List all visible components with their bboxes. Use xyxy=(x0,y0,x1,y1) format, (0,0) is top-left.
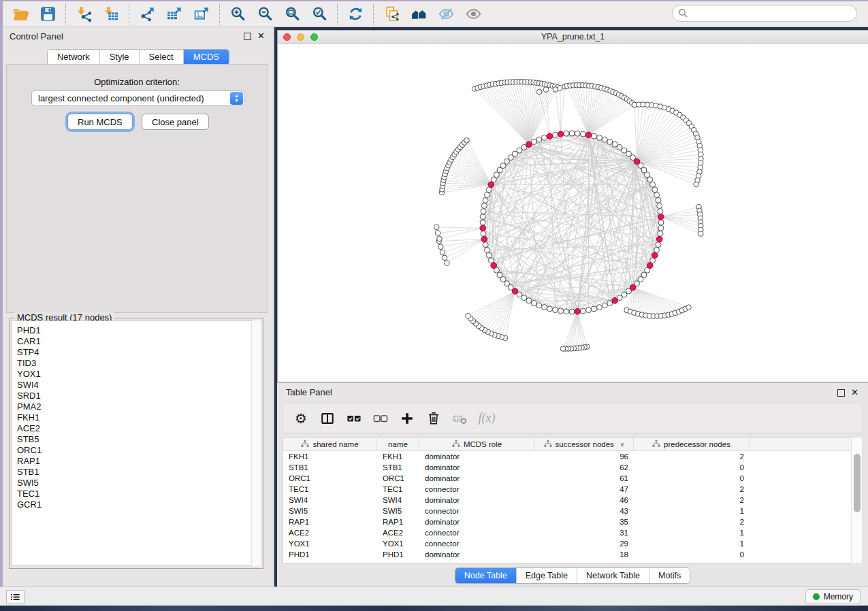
settings-button[interactable]: ⚙ xyxy=(292,408,310,429)
first-neighbors-button[interactable] xyxy=(405,3,432,25)
graph-hub-node[interactable] xyxy=(480,225,486,231)
graph-hub-node[interactable] xyxy=(558,131,564,137)
graph-node[interactable] xyxy=(542,135,547,140)
graph-hub-node[interactable] xyxy=(658,214,664,220)
mcds-result-item[interactable]: PHD1 xyxy=(17,325,260,336)
graph-leaf-node[interactable] xyxy=(694,182,699,187)
table-row[interactable]: SWI4SWI4dominator462 xyxy=(283,495,851,506)
export-network-button[interactable] xyxy=(133,3,161,25)
deselect-all-button[interactable] xyxy=(372,408,389,429)
graph-node[interactable] xyxy=(575,131,580,136)
column-header-MCDS-role[interactable]: MCDS role xyxy=(419,437,535,450)
hide-selected-button[interactable] xyxy=(432,3,460,25)
show-all-button[interactable] xyxy=(460,3,487,25)
network-canvas[interactable] xyxy=(278,44,867,382)
graph-node[interactable] xyxy=(596,135,602,140)
mcds-result-item[interactable]: TID3 xyxy=(17,358,260,369)
float-icon[interactable] xyxy=(837,389,845,397)
graph-node[interactable] xyxy=(480,220,485,225)
table-row[interactable]: YOX1YOX1connector291 xyxy=(283,538,851,549)
graph-node[interactable] xyxy=(647,177,653,182)
open-file-button[interactable] xyxy=(7,3,34,25)
delete-table-button[interactable] xyxy=(451,408,469,429)
mcds-result-item[interactable]: CAR1 xyxy=(17,336,260,347)
graph-hub-node[interactable] xyxy=(634,159,640,165)
tab-style[interactable]: Style xyxy=(100,50,140,65)
column-header-predecessor-nodes[interactable]: predecessor nodes xyxy=(634,437,750,450)
run-mcds-button[interactable]: Run MCDS xyxy=(67,114,133,130)
graph-node[interactable] xyxy=(552,132,558,137)
graph-leaf-node[interactable] xyxy=(543,87,549,93)
result-list-scrollbar[interactable] xyxy=(251,320,261,566)
close-panel-button[interactable]: Close panel xyxy=(142,114,209,130)
graph-node[interactable] xyxy=(569,309,575,314)
graph-node[interactable] xyxy=(657,203,662,208)
graph-node[interactable] xyxy=(483,242,488,248)
export-table-button[interactable] xyxy=(161,3,188,25)
select-all-button[interactable] xyxy=(345,408,363,429)
mcds-result-item[interactable]: RAP1 xyxy=(17,456,260,467)
network-graph[interactable] xyxy=(278,44,867,382)
export-image-button[interactable] xyxy=(188,3,215,25)
graph-node[interactable] xyxy=(658,231,663,236)
tab-motifs[interactable]: Motifs xyxy=(649,568,690,583)
function-builder-button[interactable]: f(x) xyxy=(478,408,496,429)
graph-leaf-node[interactable] xyxy=(440,250,445,255)
scrollbar-thumb[interactable] xyxy=(854,454,861,512)
mcds-result-item[interactable]: SWI5 xyxy=(17,478,260,489)
graph-leaf-node[interactable] xyxy=(536,89,542,95)
import-table-button[interactable] xyxy=(97,3,125,25)
tab-network-table[interactable]: Network Table xyxy=(577,568,649,583)
zoom-selected-button[interactable] xyxy=(306,3,333,25)
table-row[interactable]: STB1STB1dominator620 xyxy=(283,462,851,473)
graph-leaf-node[interactable] xyxy=(437,236,443,242)
mcds-result-item[interactable]: STB1 xyxy=(17,467,260,478)
graph-node[interactable] xyxy=(602,137,607,142)
graph-node[interactable] xyxy=(486,252,492,258)
optimization-select[interactable]: largest connected component (undirected)… xyxy=(31,90,244,106)
mcds-result-item[interactable]: FKH1 xyxy=(17,412,260,423)
mcds-result-item[interactable]: STB5 xyxy=(17,434,260,445)
mcds-result-item[interactable]: SWI4 xyxy=(17,380,260,391)
table-row[interactable]: FKH1FKH1dominator962 xyxy=(283,451,851,462)
table-scrollbar[interactable] xyxy=(851,437,863,564)
graph-node[interactable] xyxy=(592,133,597,139)
graph-node[interactable] xyxy=(656,242,661,248)
save-session-button[interactable] xyxy=(34,3,61,25)
column-header-shared-name[interactable]: shared name xyxy=(283,437,377,450)
tab-select[interactable]: Select xyxy=(140,50,184,65)
graph-node[interactable] xyxy=(580,131,585,137)
graph-node[interactable] xyxy=(536,137,542,142)
graph-node[interactable] xyxy=(654,193,660,198)
zoom-fit-button[interactable] xyxy=(278,3,306,25)
graph-node[interactable] xyxy=(596,305,602,310)
graph-hub-node[interactable] xyxy=(512,288,518,295)
graph-leaf-node[interactable] xyxy=(464,138,470,144)
search-input[interactable] xyxy=(672,5,857,22)
graph-node[interactable] xyxy=(656,197,661,203)
graph-node[interactable] xyxy=(481,231,486,236)
tab-edge-table[interactable]: Edge Table xyxy=(517,568,577,583)
graph-node[interactable] xyxy=(652,187,658,193)
graph-node[interactable] xyxy=(569,131,575,136)
graph-leaf-node[interactable] xyxy=(560,346,566,352)
column-header-successor-nodes[interactable]: successor nodes∨ xyxy=(535,437,634,450)
graph-node[interactable] xyxy=(552,308,558,313)
graph-hub-node[interactable] xyxy=(575,308,581,314)
graph-node[interactable] xyxy=(481,203,487,208)
float-icon[interactable] xyxy=(244,33,251,40)
task-history-button[interactable] xyxy=(6,590,25,604)
clone-network-button[interactable] xyxy=(378,3,405,25)
mcds-result-list[interactable]: PHD1CAR1STP4TID3YOX1SWI4SRD1PMA2FKH1ACE2… xyxy=(12,320,261,566)
graph-node[interactable] xyxy=(526,298,532,303)
mcds-result-item[interactable]: SRD1 xyxy=(17,391,260,401)
add-column-button[interactable] xyxy=(398,408,416,429)
graph-leaf-node[interactable] xyxy=(438,244,443,250)
tab-network[interactable]: Network xyxy=(48,50,100,65)
refresh-view-button[interactable] xyxy=(342,3,369,25)
mcds-result-item[interactable]: ACE2 xyxy=(17,423,260,434)
close-icon[interactable]: ✕ xyxy=(851,388,858,397)
table-row[interactable]: ORC1ORC1dominator610 xyxy=(283,473,851,484)
graph-node[interactable] xyxy=(531,301,536,306)
zoom-out-button[interactable] xyxy=(251,3,278,25)
